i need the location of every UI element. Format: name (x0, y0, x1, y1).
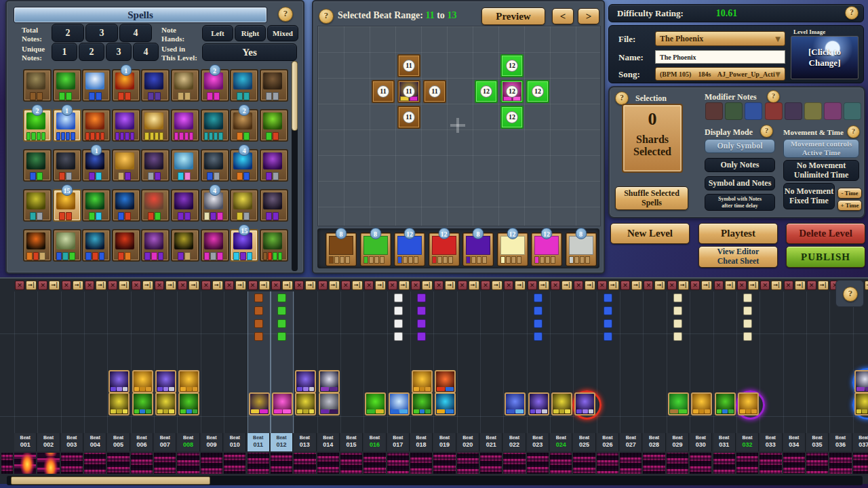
beat-skip-button[interactable]: →| (142, 281, 153, 290)
beat-label[interactable]: Beat035 (806, 433, 829, 451)
beat-delete-button[interactable]: ✕ (667, 281, 677, 290)
timeline-wave-spell-icon[interactable] (389, 392, 410, 415)
beat-skip-button[interactable]: →| (608, 281, 619, 290)
beat-skip-button[interactable]: →| (469, 281, 479, 290)
beat-delete-button[interactable]: ✕ (108, 281, 117, 290)
timeline-ghost-spell-icon[interactable] (319, 392, 340, 415)
beat-label[interactable]: Beat002 (37, 433, 60, 451)
timeline-note-square[interactable] (254, 319, 263, 328)
spell-card[interactable] (260, 149, 288, 182)
timeline-acorn-spell-icon[interactable] (738, 392, 759, 415)
timeline-leaf-spell-icon[interactable] (668, 392, 689, 415)
spells-help-icon[interactable]: ? (278, 7, 293, 22)
timeline-moth-spell-icon[interactable] (108, 370, 130, 393)
timeline-phoenix-spell-icon[interactable] (365, 392, 386, 415)
timeline-note-square[interactable] (394, 306, 403, 315)
spell-card[interactable] (112, 149, 140, 182)
timeline-swirl-spell-icon[interactable] (505, 392, 526, 415)
shard-card[interactable]: 12 (394, 232, 425, 266)
timeline-note-square[interactable] (534, 319, 542, 328)
display-mode-only-notes[interactable]: Only Notes (705, 158, 775, 172)
beat-delete-button[interactable]: ✕ (248, 281, 258, 290)
shard-card[interactable]: 8 (462, 232, 494, 266)
timeline-moth-spell-icon[interactable] (574, 392, 595, 415)
spell-card[interactable]: 2 (23, 109, 52, 142)
timeline-moth-spell-icon[interactable] (528, 392, 549, 415)
beat-delete-button[interactable]: ✕ (784, 281, 793, 290)
spell-card[interactable] (53, 229, 81, 262)
timeline-note-square[interactable] (277, 293, 286, 302)
beat-skip-button[interactable]: →| (26, 281, 37, 290)
filter-note-hands-mixed[interactable]: Mixed (267, 25, 298, 41)
spell-card[interactable] (260, 189, 288, 222)
shard-card[interactable]: 8 (360, 232, 391, 266)
shuffle-selected-button[interactable]: Shuffle Selected Spells (615, 186, 688, 210)
spell-card[interactable]: 1 (82, 149, 111, 182)
shard-card[interactable]: 8 (326, 232, 357, 266)
spell-card[interactable] (141, 109, 170, 142)
beat-delete-button[interactable]: ✕ (574, 281, 583, 290)
beat-label[interactable]: Beat014 (317, 433, 340, 451)
beat-skip-button[interactable]: →| (445, 281, 456, 290)
prev-beat-button[interactable]: < (552, 8, 574, 24)
filter-unique-notes-1[interactable]: 1 (52, 43, 77, 61)
filter-total-notes-3[interactable]: 3 (85, 24, 118, 42)
beat-grid-note[interactable]: 11 (397, 54, 420, 77)
spell-card[interactable]: 1 (112, 69, 140, 102)
timeline-note-square[interactable] (743, 293, 752, 302)
timeline-note-square[interactable] (673, 306, 682, 315)
beat-delete-button[interactable]: ✕ (620, 281, 630, 290)
beat-delete-button[interactable]: ✕ (807, 281, 816, 290)
modifier-note-square[interactable] (844, 102, 861, 120)
beat-label[interactable]: Beat029 (667, 433, 689, 451)
timeline-note-square[interactable] (417, 319, 426, 328)
shard-card[interactable]: 12 (429, 232, 460, 266)
beat-label[interactable]: Beat006 (131, 433, 153, 451)
beat-skip-button[interactable]: →| (259, 281, 270, 290)
beat-label[interactable]: Beat007 (154, 433, 176, 451)
timeline-spirit-spell-icon[interactable] (854, 370, 868, 393)
timeline-note-square[interactable] (743, 319, 752, 328)
beat-grid[interactable]: 11111111111212121212 (317, 26, 601, 226)
beat-label[interactable]: Beat012 (271, 433, 293, 451)
shard-card[interactable]: 12 (531, 232, 562, 266)
spell-card[interactable] (23, 149, 52, 182)
used-in-level-button[interactable]: Yes (202, 43, 297, 61)
beat-label[interactable]: Beat025 (573, 433, 595, 451)
beat-delete-button[interactable]: ✕ (62, 281, 71, 290)
beat-label[interactable]: Beat028 (643, 433, 665, 451)
modifier-note-square[interactable] (725, 102, 743, 120)
timeline-note-square[interactable] (743, 332, 752, 341)
spell-card[interactable] (112, 229, 140, 262)
beat-skip-button[interactable]: →| (329, 281, 340, 290)
beat-skip-button[interactable]: →| (96, 281, 106, 290)
beat-delete-button[interactable]: ✕ (504, 281, 513, 290)
spell-card[interactable]: 2 (230, 109, 258, 142)
beat-skip-button[interactable]: →| (282, 281, 293, 290)
beat-label[interactable]: Beat024 (550, 433, 572, 451)
selection-help-icon[interactable]: ? (615, 92, 629, 105)
timeline-scythe-spell-icon[interactable] (551, 392, 572, 415)
beat-skip-button[interactable]: →| (795, 281, 806, 290)
spell-card[interactable]: 1 (53, 109, 81, 142)
filter-total-notes-2[interactable]: 2 (52, 24, 84, 42)
timeline-note-square[interactable] (394, 319, 403, 328)
timeline-flytrap-spell-icon[interactable] (178, 392, 199, 415)
beat-skip-button[interactable]: →| (212, 281, 223, 290)
beat-delete-button[interactable]: ✕ (597, 281, 607, 290)
timeline-moon-spell-icon[interactable] (249, 392, 270, 415)
shard-card[interactable]: 12 (497, 232, 528, 266)
timeline-note-square[interactable] (604, 332, 612, 341)
spell-card[interactable] (23, 229, 52, 262)
beat-delete-button[interactable]: ✕ (224, 281, 234, 290)
movement-mode-fixed-time[interactable]: No Movement Fixed Time (783, 183, 835, 209)
beat-label[interactable]: Beat019 (433, 433, 456, 451)
timeline-scythe-spell-icon[interactable] (155, 392, 176, 415)
beat-label[interactable]: Beat037 (853, 433, 868, 451)
timeline-note-square[interactable] (254, 293, 263, 302)
beat-label[interactable]: Beat027 (620, 433, 642, 451)
spells-scrollbar[interactable] (292, 61, 298, 271)
name-input[interactable]: The Phoenix (655, 50, 785, 64)
filter-unique-notes-4[interactable]: 4 (133, 43, 159, 61)
modifier-note-square[interactable] (765, 102, 783, 120)
